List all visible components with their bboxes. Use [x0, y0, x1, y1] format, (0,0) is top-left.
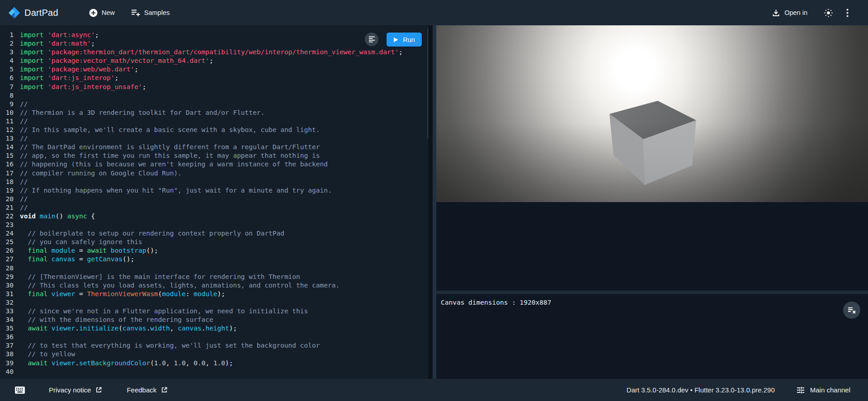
console-splitter[interactable]	[436, 291, 868, 294]
code-line: 24 // boilerplate to setup our rendering…	[0, 229, 428, 238]
new-button-label: New	[102, 9, 115, 16]
channel-selector[interactable]: Main channel	[794, 386, 853, 394]
run-button[interactable]: Run	[387, 33, 422, 47]
header-actions: Open in	[769, 4, 868, 22]
line-number: 21	[0, 203, 14, 212]
line-number: 27	[0, 255, 14, 264]
open-in-new-icon	[161, 387, 168, 393]
output-pane: Canvas dimensions : 868x401	[436, 25, 868, 379]
header: DartPad New Samples	[0, 0, 868, 25]
line-number: 13	[0, 134, 14, 143]
clear-console-button[interactable]	[843, 302, 860, 319]
playlist-add-icon	[131, 9, 140, 17]
code-line: 19// If nothing happens when you hit "Ru…	[0, 186, 428, 195]
line-number: 40	[0, 368, 14, 376]
code-line: 40	[0, 368, 428, 376]
line-number: 15	[0, 151, 14, 160]
keyboard-icon	[14, 386, 25, 394]
line-number: 31	[0, 290, 14, 298]
play-icon	[393, 37, 398, 42]
code-editor[interactable]: 1import 'dart:async';2import 'dart:math'…	[0, 25, 428, 376]
code-line: 1import 'dart:async';	[0, 31, 428, 39]
code-line: 21//	[0, 203, 428, 212]
open-in-label: Open in	[784, 9, 807, 16]
line-number: 16	[0, 160, 14, 169]
line-number: 39	[0, 359, 14, 368]
line-number: 26	[0, 246, 14, 255]
line-number: 11	[0, 117, 14, 126]
line-number: 28	[0, 264, 14, 273]
line-number: 24	[0, 229, 14, 238]
format-button[interactable]	[365, 33, 378, 46]
samples-button[interactable]: Samples	[128, 5, 172, 20]
code-line: 34 // with the dimensions of the renderi…	[0, 316, 428, 324]
code-line: 29 // [ThermionViewer] is the main inter…	[0, 273, 428, 281]
kebab-menu-icon	[846, 9, 849, 17]
code-line: 17// compiler running on Google Cloud Ru…	[0, 169, 428, 178]
feedback-label: Feedback	[127, 386, 156, 394]
clear-console-icon	[847, 307, 856, 314]
line-number: 7	[0, 83, 14, 91]
keyboard-shortcuts-button[interactable]	[12, 383, 28, 397]
privacy-notice-link[interactable]: Privacy notice	[46, 386, 105, 394]
plus-circle-icon	[89, 9, 98, 17]
line-number: 6	[0, 74, 14, 82]
code-line: 30 // This class lets you load assets, l…	[0, 281, 428, 290]
code-line: 33 // since we're not in a Flutter appli…	[0, 307, 428, 316]
code-line: 31 final viewer = ThermionViewerWasm(mod…	[0, 290, 428, 298]
code-line: 32	[0, 298, 428, 307]
code-line: 38 // to yellow	[0, 350, 428, 359]
version-text: Dart 3.5.0-284.0.dev • Flutter 3.23.0-13…	[627, 386, 775, 394]
line-number: 23	[0, 221, 14, 229]
code-line: 16// happening (this is because we aren'…	[0, 160, 428, 169]
feedback-link[interactable]: Feedback	[124, 386, 170, 394]
line-number: 33	[0, 307, 14, 316]
line-number: 4	[0, 57, 14, 65]
code-line: 28	[0, 264, 428, 273]
open-in-new-icon	[95, 387, 102, 393]
channel-label: Main channel	[810, 386, 850, 394]
overflow-menu-button[interactable]	[841, 4, 854, 22]
line-number: 10	[0, 109, 14, 117]
dartpad-logo-icon	[8, 7, 20, 19]
editor-pane: 1import 'dart:async';2import 'dart:math'…	[0, 25, 428, 379]
code-line: 25 // you can safely ignore this	[0, 238, 428, 246]
line-number: 37	[0, 341, 14, 350]
code-line: 6import 'dart:js_interop';	[0, 74, 428, 82]
privacy-notice-label: Privacy notice	[49, 386, 91, 394]
new-button[interactable]: New	[86, 5, 118, 21]
format-align-icon	[368, 36, 375, 42]
code-line: 20//	[0, 195, 428, 203]
footer: Privacy notice Feedback Dart 3.5.0-284.0…	[0, 379, 868, 401]
code-line: 15// app, so the first time you run this…	[0, 151, 428, 160]
line-number: 2	[0, 39, 14, 48]
render-viewport[interactable]	[436, 25, 868, 202]
line-number: 34	[0, 316, 14, 324]
line-number: 14	[0, 143, 14, 151]
code-line: 11//	[0, 117, 428, 126]
tune-icon	[797, 387, 805, 394]
code-line: 10// Thermion is a 3D rendering toolkit …	[0, 109, 428, 117]
code-line: 14// The DartPad environment is slightly…	[0, 143, 428, 151]
pane-gap	[428, 25, 436, 379]
line-number: 18	[0, 178, 14, 186]
line-number: 3	[0, 48, 14, 57]
code-line: 12// In this sample, we'll create a basi…	[0, 126, 428, 134]
line-number: 36	[0, 333, 14, 341]
line-number: 8	[0, 91, 14, 100]
download-icon	[772, 9, 780, 17]
line-number: 32	[0, 298, 14, 307]
line-number: 1	[0, 31, 14, 39]
code-line: 39 await viewer.setBackgroundColor(1.0, …	[0, 359, 428, 368]
theme-toggle-button[interactable]	[819, 4, 837, 22]
code-line: 27 final canvas = getCanvas();	[0, 255, 428, 264]
line-number: 22	[0, 212, 14, 221]
pane-splitter[interactable]	[433, 25, 436, 379]
code-line: 23	[0, 221, 428, 229]
code-line: 5import 'package:web/web.dart';	[0, 65, 428, 74]
code-line: 22void main() async {	[0, 212, 428, 221]
dartpad-app: DartPad New Samples	[0, 0, 868, 401]
line-number: 19	[0, 186, 14, 195]
code-line: 3import 'package:thermion_dart/thermion_…	[0, 48, 428, 57]
open-in-button[interactable]: Open in	[769, 5, 810, 21]
